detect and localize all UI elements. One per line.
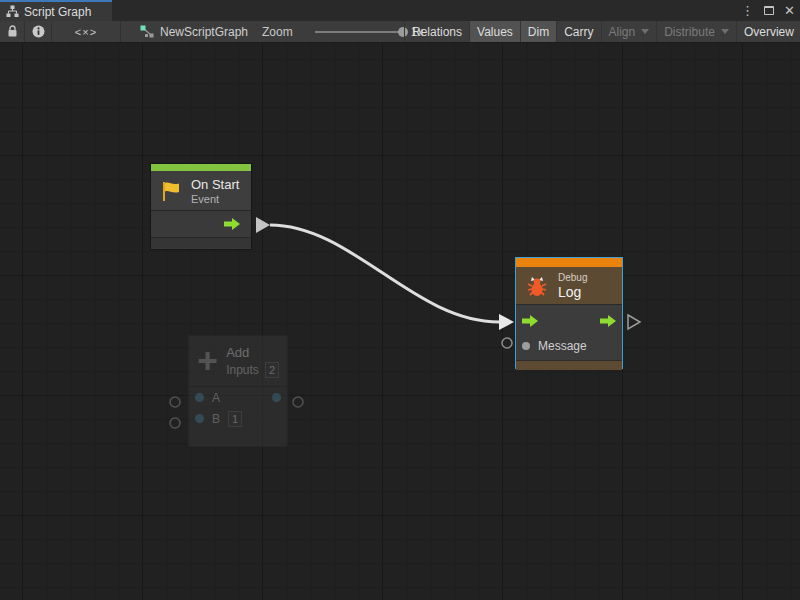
sum-output-port[interactable] [272,393,281,402]
carry-toggle[interactable]: Carry [556,21,600,42]
control-wire[interactable] [270,225,499,322]
overview-label: Overview [744,25,794,39]
add-sum-outer-circle[interactable] [293,397,303,407]
code-view-button[interactable]: <×> [52,21,121,42]
zoom-label: Zoom [262,25,293,39]
title-bar: Script Graph ⋮ ✕ [0,0,800,21]
values-label: Values [477,25,513,39]
node-on-start[interactable]: On Start Event [150,163,252,250]
wire-end-arrow [499,314,514,330]
align-dropdown[interactable]: Align [601,21,657,42]
port-b-value-field[interactable]: 1 [228,411,242,427]
add-port-b-row: B 1 [189,408,287,429]
on-start-header[interactable]: On Start Event [151,171,251,211]
node-category: Debug [558,272,587,283]
flow-output-port-icon[interactable] [224,218,240,230]
node-add[interactable]: Add Inputs 2 A B 1 [188,335,288,447]
node-title: On Start [191,177,239,192]
relations-label: Relations [412,25,462,39]
distribute-label: Distribute [664,25,715,39]
port-a-label: A [212,391,220,405]
on-start-footer [151,238,251,248]
debug-body: Message [516,305,622,360]
node-title: Log [558,284,587,300]
inputs-count-field[interactable]: 2 [265,362,279,378]
add-body: A B 1 [189,387,287,429]
port-b-label: B [212,412,220,426]
graph-canvas[interactable]: On Start Event Debug Log [0,43,800,600]
debug-flow-row [516,308,622,333]
relations-toggle[interactable]: Relations [404,21,469,42]
debug-output-outer-triangle[interactable] [628,315,640,329]
debug-accent-bar [516,258,622,267]
message-value-port[interactable] [522,342,530,350]
zoom-control: Zoom 1x [262,21,423,42]
dim-label: Dim [528,25,549,39]
flow-input-port-icon[interactable] [522,315,538,327]
add-port-a-row: A [189,387,287,408]
lock-icon [7,25,18,38]
add-header[interactable]: Add Inputs 2 [189,336,287,387]
align-label: Align [609,25,636,39]
debug-header[interactable]: Debug Log [516,267,622,305]
flag-icon [159,179,183,203]
close-icon[interactable]: ✕ [784,4,795,17]
values-toggle[interactable]: Values [469,21,520,42]
add-footer [189,429,287,443]
add-b-outer-circle[interactable] [170,418,180,428]
port-a-input[interactable] [195,393,204,402]
script-graph-asset-icon [140,25,154,38]
message-port-label: Message [538,339,587,353]
on-start-body [151,211,251,238]
message-port-outer-circle[interactable] [502,338,512,348]
distribute-dropdown[interactable]: Distribute [656,21,736,42]
tab-title: Script Graph [24,5,91,19]
dim-toggle[interactable]: Dim [520,21,556,42]
graph-name-label: NewScriptGraph [160,25,248,39]
node-debug-log[interactable]: Debug Log Message [515,257,623,369]
toolbar: <×> NewScriptGraph Zoom 1x Relations Val… [0,21,800,43]
chevron-down-icon [641,29,649,34]
bug-icon [524,273,550,299]
overview-button[interactable]: Overview [736,21,800,42]
zoom-slider[interactable] [315,31,407,33]
code-icon: <×> [75,26,97,38]
wire-start-triangle[interactable] [256,217,270,233]
add-a-outer-circle[interactable] [170,397,180,407]
plus-icon [197,348,218,374]
flow-output-port-icon[interactable] [600,315,616,327]
toolbar-buttons: Relations Values Dim Carry Align Distrib… [404,21,800,42]
window-controls: ⋮ ✕ [741,0,795,21]
connections-overlay [0,43,800,600]
tab-script-graph[interactable]: Script Graph [0,0,112,21]
node-title: Add [226,345,279,360]
chevron-down-icon [721,29,729,34]
inputs-label: Inputs [226,363,259,377]
info-icon [32,25,45,38]
debug-message-row: Message [516,333,622,358]
debug-footer [516,360,622,370]
lock-button[interactable] [0,21,25,42]
info-button[interactable] [25,21,52,42]
graph-hierarchy-icon [6,5,19,18]
port-b-input[interactable] [195,414,204,423]
node-subtitle: Event [191,193,239,205]
on-start-accent-bar [151,164,251,171]
menu-icon[interactable]: ⋮ [741,4,754,17]
maximize-icon[interactable] [764,6,774,15]
carry-label: Carry [564,25,593,39]
graph-name[interactable]: NewScriptGraph [140,21,248,42]
